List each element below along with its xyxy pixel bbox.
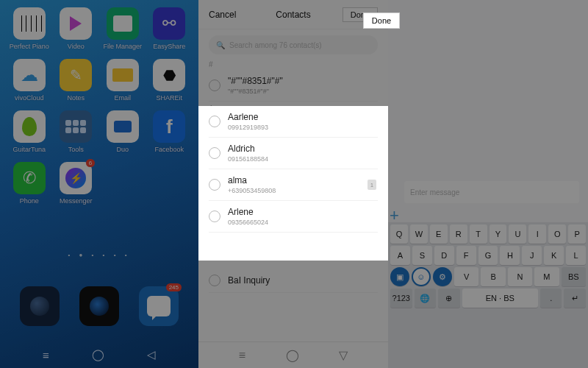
sim-indicator-icon: 1: [368, 180, 376, 190]
app-label: Video: [68, 43, 85, 50]
key-settings[interactable]: ⚙: [433, 267, 452, 286]
radio-unchecked-icon[interactable]: [209, 179, 220, 191]
radio-unchecked-icon[interactable]: [209, 275, 220, 286]
dock-messages[interactable]: 245: [139, 286, 179, 326]
section-hash: #: [209, 60, 378, 68]
cancel-button[interactable]: Cancel: [209, 10, 236, 20]
app-label: Facebook: [154, 146, 184, 153]
key-w[interactable]: W: [410, 224, 428, 244]
nav-home-icon[interactable]: ◯: [286, 348, 299, 362]
contact-name: Aarlene: [228, 112, 268, 122]
key-v[interactable]: V: [454, 267, 478, 286]
radio-unchecked-icon[interactable]: [209, 79, 220, 91]
app-video[interactable]: Video: [53, 7, 100, 50]
key-e[interactable]: E: [430, 224, 448, 244]
app-icon: ⚡6: [60, 162, 92, 194]
nav-bar: ≡ ◯ ▽: [198, 342, 388, 368]
key-period[interactable]: .: [540, 289, 562, 308]
app-icon: [107, 7, 139, 40]
nav-home-icon[interactable]: ◯: [92, 348, 104, 361]
app-vivocloud[interactable]: ☁vivoCloud: [6, 59, 53, 102]
key-h[interactable]: H: [500, 246, 520, 265]
app-shareit[interactable]: ⬣SHAREit: [146, 59, 193, 102]
keyboard: QWERTYUIOP ASDFGHJKL ▣☺⚙VBNMBS ?123🌐⊕EN …: [388, 222, 588, 368]
nav-recent-icon[interactable]: ≡: [43, 349, 49, 361]
app-label: Email: [114, 94, 131, 102]
contact-phone: "#""#8351#"#": [228, 88, 283, 95]
dock-camera[interactable]: [79, 286, 119, 326]
message-placeholder: Enter message: [410, 188, 459, 197]
app-icon: ⚯: [153, 7, 185, 40]
app-file-manager[interactable]: File Manager: [99, 7, 146, 50]
radio-unchecked-icon[interactable]: [209, 116, 220, 127]
key-k[interactable]: K: [544, 246, 564, 265]
key-space[interactable]: EN · BS: [462, 289, 538, 308]
app-icon: ✎: [60, 59, 92, 91]
nav-back-icon[interactable]: ◁: [147, 348, 156, 361]
app-email[interactable]: Email: [99, 59, 146, 102]
nav-recent-icon[interactable]: ≡: [239, 349, 245, 362]
dock-browser[interactable]: [20, 286, 60, 326]
contact-row[interactable]: Arlene09356665024: [209, 201, 378, 233]
key-t[interactable]: T: [470, 224, 487, 244]
key-b[interactable]: B: [481, 267, 505, 286]
app-facebook[interactable]: fFacebook: [146, 110, 193, 153]
app-label: GuitarTuna: [12, 146, 46, 153]
key-sticker[interactable]: ▣: [390, 267, 409, 286]
key-backspace[interactable]: BS: [562, 267, 586, 286]
contact-phone: 09156188584: [228, 155, 268, 163]
app-icon: ☁: [13, 59, 46, 91]
key-lang[interactable]: 🌐: [415, 289, 437, 308]
contact-row[interactable]: alma+6390534598081: [209, 169, 378, 201]
app-guitartuna[interactable]: GuitarTuna: [6, 110, 53, 153]
compose-screen: Enter message + QWERTYUIOP ASDFGHJKL ▣☺⚙…: [388, 0, 588, 368]
contact-row[interactable]: "#""#8351#"#" "#""#8351#"#": [209, 70, 378, 102]
app-icon: ⬣: [153, 59, 185, 91]
key-d[interactable]: D: [434, 246, 454, 265]
app-icon: [60, 7, 92, 40]
key-g[interactable]: G: [478, 246, 498, 265]
contact-phone: +639053459808: [228, 187, 276, 194]
key-y[interactable]: Y: [490, 224, 507, 244]
key-q[interactable]: Q: [390, 224, 408, 244]
key-s[interactable]: S: [412, 246, 432, 265]
key-p[interactable]: P: [568, 224, 586, 244]
contact-row[interactable]: BaI Inquiry: [209, 269, 378, 293]
key-n[interactable]: N: [508, 267, 532, 286]
highlighted-contact-list: Aarlene09912919893Aldrich09156188584alma…: [198, 106, 388, 261]
app-perfect-piano[interactable]: Perfect Piano: [6, 7, 53, 50]
key-a[interactable]: A: [390, 246, 410, 265]
key-globe[interactable]: ⊕: [438, 289, 460, 308]
app-tools[interactable]: Tools: [53, 110, 100, 153]
search-input[interactable]: 🔍 Search among 76 contact(s): [209, 35, 378, 54]
key-m[interactable]: M: [534, 267, 559, 286]
contact-name: BaI Inquiry: [228, 275, 270, 286]
key-l[interactable]: L: [566, 246, 586, 265]
radio-unchecked-icon[interactable]: [209, 210, 220, 222]
contact-phone: 09356665024: [228, 219, 268, 226]
app-easyshare[interactable]: ⚯EasyShare: [146, 7, 193, 50]
contact-row[interactable]: Aarlene09912919893: [209, 106, 378, 138]
app-icon: [107, 110, 139, 143]
app-phone[interactable]: ✆Phone: [6, 162, 53, 205]
done-button[interactable]: Done: [363, 13, 400, 29]
app-notes[interactable]: ✎Notes: [53, 59, 100, 102]
key-j[interactable]: J: [522, 246, 542, 265]
key-enter[interactable]: ↵: [564, 289, 586, 308]
search-icon: 🔍: [216, 41, 225, 49]
radio-unchecked-icon[interactable]: [209, 147, 220, 159]
key-f[interactable]: F: [456, 246, 476, 265]
key-mode[interactable]: ?123: [390, 289, 412, 308]
key-o[interactable]: O: [548, 224, 566, 244]
contact-phone: 09912919893: [228, 124, 268, 131]
contact-row[interactable]: Aldrich09156188584: [209, 138, 378, 169]
app-messenger[interactable]: ⚡6Messenger: [53, 162, 100, 205]
message-input[interactable]: Enter message: [404, 181, 579, 203]
key-r[interactable]: R: [450, 224, 467, 244]
key-emoji[interactable]: ☺: [412, 267, 431, 286]
nav-back-icon[interactable]: ▽: [339, 348, 348, 362]
app-duo[interactable]: Duo: [99, 110, 146, 153]
key-u[interactable]: U: [509, 224, 526, 244]
key-i[interactable]: I: [528, 224, 546, 244]
badge: 245: [166, 283, 182, 291]
